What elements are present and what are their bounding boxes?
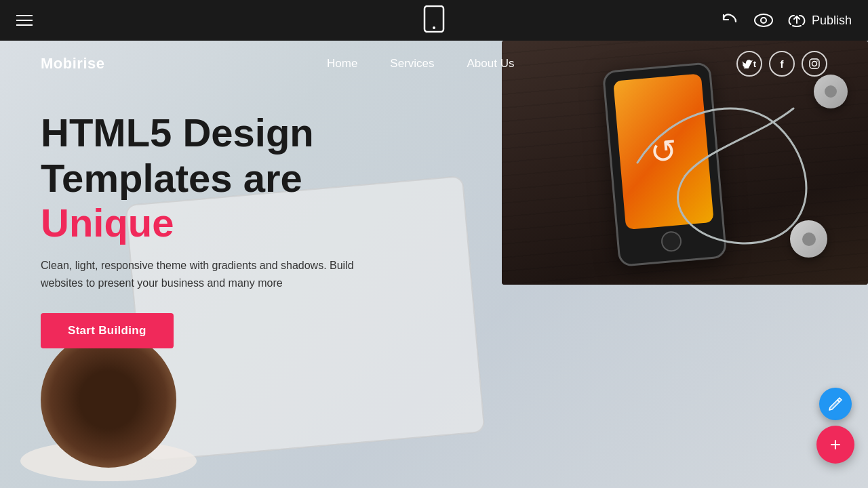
nav-links: Home Services About Us — [327, 57, 514, 70]
publish-label: Publish — [812, 14, 852, 28]
start-building-button[interactable]: Start Building — [41, 313, 174, 348]
brand-logo: Mobirise — [41, 55, 104, 73]
svg-point-6 — [816, 60, 818, 62]
hero-description: Clean, light, responsive theme with grad… — [41, 257, 366, 291]
hero-title-line1: HTML5 Design — [41, 110, 314, 155]
svg-point-1 — [433, 26, 435, 29]
svg-point-2 — [755, 14, 772, 26]
twitter-button[interactable]: t — [736, 51, 762, 77]
toolbar-center — [423, 5, 445, 35]
nav-link-home[interactable]: Home — [327, 57, 357, 70]
edit-fab-button[interactable] — [819, 388, 852, 420]
preview-button[interactable] — [753, 13, 774, 28]
hero-title: HTML5 Design Templates are Unique — [41, 110, 366, 246]
svg-point-3 — [761, 18, 766, 23]
facebook-icon: f — [780, 58, 783, 70]
hero-title-line2: Templates are — [41, 156, 302, 200]
undo-button[interactable] — [721, 12, 740, 28]
phone-preview-icon[interactable] — [423, 5, 445, 33]
nav-socials: t f — [736, 51, 827, 77]
facebook-button[interactable]: f — [769, 51, 795, 77]
hero-title-unique: Unique — [41, 201, 174, 245]
add-fab-button[interactable]: + — [816, 426, 854, 464]
hero-section: Mobirise Home Services About Us t f — [0, 0, 868, 488]
nav-link-about[interactable]: About Us — [467, 57, 515, 70]
nav-link-services[interactable]: Services — [390, 57, 434, 70]
hero-content: HTML5 Design Templates are Unique Clean,… — [0, 77, 868, 488]
svg-point-5 — [812, 62, 816, 66]
hamburger-menu-icon[interactable] — [16, 15, 33, 26]
publish-button[interactable]: Publish — [787, 12, 852, 28]
toolbar-left — [16, 15, 33, 26]
plus-icon: + — [830, 435, 841, 454]
svg-rect-4 — [810, 59, 819, 68]
toolbar: Publish — [0, 0, 868, 41]
toolbar-right: Publish — [721, 12, 852, 28]
twitter-icon: t — [753, 59, 756, 69]
instagram-button[interactable] — [802, 51, 827, 77]
hero-text-block: HTML5 Design Templates are Unique Clean,… — [41, 110, 366, 348]
